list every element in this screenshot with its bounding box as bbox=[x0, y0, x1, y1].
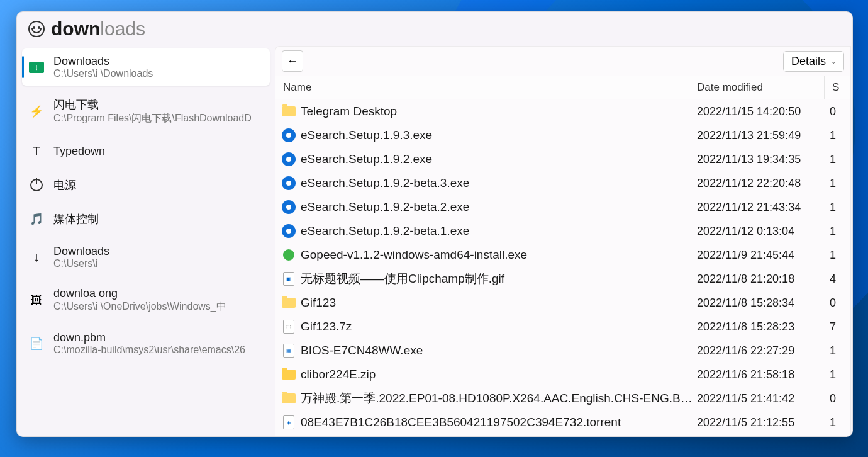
sidebar-item[interactable]: 🎵媒体控制 bbox=[22, 205, 270, 234]
file-date: 2022/11/12 0:13:04 bbox=[694, 225, 830, 238]
sidebar-glyph-icon: ⚡ bbox=[30, 104, 43, 118]
file-size: 1 bbox=[830, 225, 845, 238]
file-name: Telegram Desktop bbox=[301, 104, 694, 118]
folder-icon bbox=[282, 106, 296, 116]
zip-folder-icon bbox=[282, 370, 296, 380]
sidebar-item-label: 闪电下载 bbox=[53, 97, 252, 112]
sidebar-glyph-icon: 🎵 bbox=[30, 212, 43, 226]
file-row[interactable]: eSearch.Setup.1.9.2-beta.1.exe2022/11/12… bbox=[275, 219, 850, 243]
exe-icon bbox=[282, 128, 296, 142]
sidebar-item-label: downloa ong bbox=[53, 287, 226, 300]
file-size: 0 bbox=[830, 296, 845, 310]
torrent-icon: ◈ bbox=[283, 415, 294, 429]
sidebar-glyph-icon: T bbox=[33, 145, 40, 158]
file-size: 1 bbox=[830, 368, 845, 381]
main-pane: ← Details ⌄ Name Date modified S Telegra… bbox=[275, 46, 851, 436]
sidebar-item-path: C:\Users\i \Downloads bbox=[53, 68, 153, 79]
details-label: Details bbox=[791, 55, 826, 68]
sidebar-item[interactable]: 电源 bbox=[22, 171, 270, 200]
column-name[interactable]: Name bbox=[275, 76, 689, 99]
file-row[interactable]: 万神殿.第一季.2022.EP01-08.HD1080P.X264.AAC.En… bbox=[275, 386, 850, 410]
file-list[interactable]: Telegram Desktop2022/11/15 14:20:500eSea… bbox=[275, 99, 850, 436]
gif-icon: ▣ bbox=[283, 272, 294, 286]
sidebar-item-label: 媒体控制 bbox=[53, 212, 99, 227]
sidebar-item[interactable]: 📄down.pbmC:\mozilla-build\msys2\usr\shar… bbox=[22, 325, 270, 362]
sidebar-item[interactable]: 🖼downloa ongC:\Users\i \OneDrive\jobs\Wi… bbox=[22, 281, 270, 320]
file-name: Gopeed-v1.1.2-windows-amd64-install.exe bbox=[301, 248, 694, 262]
power-icon bbox=[30, 179, 43, 191]
back-button[interactable]: ← bbox=[282, 50, 303, 72]
file-date: 2022/11/5 21:41:42 bbox=[694, 392, 830, 405]
file-size: 4 bbox=[830, 273, 845, 286]
file-row[interactable]: ▦BIOS-E7CN48WW.exe2022/11/6 22:27:291 bbox=[275, 339, 850, 363]
view-details-button[interactable]: Details ⌄ bbox=[783, 51, 844, 72]
file-size: 1 bbox=[830, 344, 845, 358]
sidebar-item-path: C:\mozilla-build\msys2\usr\share\emacs\2… bbox=[53, 344, 245, 356]
file-row[interactable]: eSearch.Setup.1.9.2.exe2022/11/13 19:34:… bbox=[275, 147, 850, 171]
file-date: 2022/11/15 14:20:50 bbox=[694, 105, 830, 118]
file-size: 1 bbox=[830, 201, 845, 214]
file-name: Gif123 bbox=[301, 296, 694, 310]
file-row[interactable]: Gopeed-v1.1.2-windows-amd64-install.exe2… bbox=[275, 243, 850, 267]
download-icon bbox=[33, 250, 40, 264]
file-row[interactable]: Gif1232022/11/8 15:28:340 bbox=[275, 291, 850, 315]
exe-icon bbox=[282, 152, 296, 166]
sidebar-item-label: 电源 bbox=[53, 178, 76, 193]
sidebar-item-label: Downloads bbox=[53, 245, 109, 258]
file-name: clibor224E.zip bbox=[301, 368, 694, 381]
sidebar-item[interactable]: TTypedown bbox=[22, 137, 270, 166]
file-name: eSearch.Setup.1.9.2-beta.1.exe bbox=[301, 224, 694, 238]
column-date[interactable]: Date modified bbox=[689, 76, 825, 99]
sidebar-item[interactable]: ⚡闪电下载C:\Program Files\闪电下载\FlashDownload… bbox=[22, 91, 270, 132]
chevron-down-icon: ⌄ bbox=[831, 58, 836, 65]
file-size: 7 bbox=[830, 320, 845, 334]
file-name: BIOS-E7CN48WW.exe bbox=[301, 344, 694, 358]
file-row[interactable]: eSearch.Setup.1.9.3.exe2022/11/13 21:59:… bbox=[275, 123, 850, 147]
sidebar-item[interactable]: DownloadsC:\Users\i bbox=[22, 239, 270, 276]
header: downloads bbox=[17, 12, 852, 45]
exe-icon bbox=[282, 224, 296, 238]
file-size: 0 bbox=[830, 105, 845, 118]
column-size[interactable]: S bbox=[825, 76, 850, 99]
file-name: eSearch.Setup.1.9.2-beta.2.exe bbox=[301, 200, 694, 214]
file-date: 2022/11/12 22:20:48 bbox=[694, 177, 830, 190]
sidebar-item-label: down.pbm bbox=[53, 331, 245, 344]
file-row[interactable]: eSearch.Setup.1.9.2-beta.2.exe2022/11/12… bbox=[275, 195, 850, 219]
folder-icon bbox=[282, 393, 296, 403]
folder-icon bbox=[282, 298, 296, 308]
column-headers: Name Date modified S bbox=[275, 76, 850, 99]
sidebar-item-label: Downloads bbox=[53, 55, 153, 68]
file-row[interactable]: ▣无标题视频——使用Clipchamp制作.gif2022/11/8 21:20… bbox=[275, 267, 850, 291]
file-row[interactable]: eSearch.Setup.1.9.2-beta.3.exe2022/11/12… bbox=[275, 171, 850, 195]
file-size: 1 bbox=[830, 416, 845, 429]
app-icon bbox=[28, 21, 45, 37]
file-name: 无标题视频——使用Clipchamp制作.gif bbox=[301, 271, 694, 287]
exe-icon bbox=[283, 249, 294, 261]
file-size: 1 bbox=[830, 129, 845, 142]
file-size: 1 bbox=[830, 249, 845, 262]
back-arrow-icon: ← bbox=[287, 55, 298, 68]
toolbar: ← Details ⌄ bbox=[275, 47, 850, 76]
sidebar-item-path: C:\Program Files\闪电下载\FlashDownloadD bbox=[53, 112, 252, 125]
file-date: 2022/11/6 21:58:18 bbox=[694, 368, 830, 381]
file-name: eSearch.Setup.1.9.3.exe bbox=[301, 128, 694, 142]
file-row[interactable]: ◈08E43E7B1C26B18CEE3B560421197502C394E73… bbox=[275, 410, 850, 434]
file-date: 2022/11/8 21:20:18 bbox=[694, 273, 830, 286]
sidebar-glyph-icon: 📄 bbox=[30, 337, 43, 351]
file-date: 2022/11/6 22:27:29 bbox=[694, 344, 830, 358]
file-name: Gif123.7z bbox=[301, 320, 694, 334]
file-row[interactable]: Telegram Desktop2022/11/15 14:20:500 bbox=[275, 99, 850, 123]
file-name: eSearch.Setup.1.9.2-beta.3.exe bbox=[301, 176, 694, 190]
app-title: downloads bbox=[51, 18, 145, 40]
file-date: 2022/11/13 19:34:35 bbox=[694, 153, 830, 166]
sidebar-item[interactable]: DownloadsC:\Users\i \Downloads bbox=[22, 48, 270, 86]
file-row[interactable]: ⬚Gif123.7z2022/11/8 15:28:237 bbox=[275, 315, 850, 339]
file-date: 2022/11/8 15:28:34 bbox=[694, 296, 830, 310]
file-date: 2022/11/9 21:45:44 bbox=[694, 249, 830, 262]
file-date: 2022/11/5 21:12:55 bbox=[694, 416, 830, 429]
file-name: eSearch.Setup.1.9.2.exe bbox=[301, 152, 694, 166]
exe-icon bbox=[282, 200, 296, 214]
sidebar-item-path: C:\Users\i bbox=[53, 258, 109, 269]
file-row[interactable]: clibor224E.zip2022/11/6 21:58:181 bbox=[275, 363, 850, 386]
file-date: 2022/11/13 21:59:49 bbox=[694, 129, 830, 142]
